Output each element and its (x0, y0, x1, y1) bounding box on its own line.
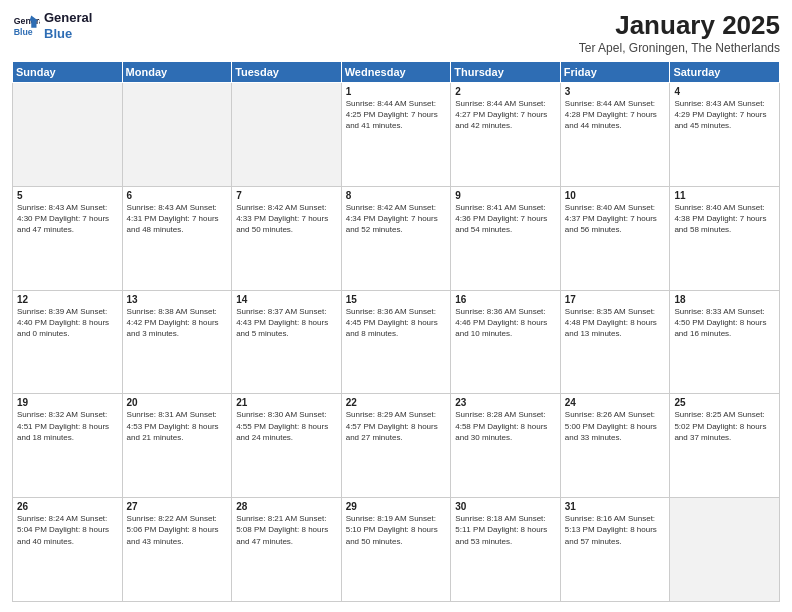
day-header-wednesday: Wednesday (341, 62, 451, 83)
cell-text: Sunrise: 8:16 AM Sunset: 5:13 PM Dayligh… (565, 513, 666, 547)
day-number: 22 (346, 397, 447, 408)
cell-text: Sunrise: 8:44 AM Sunset: 4:28 PM Dayligh… (565, 98, 666, 132)
calendar-cell: 17Sunrise: 8:35 AM Sunset: 4:48 PM Dayli… (560, 290, 670, 394)
calendar-cell: 30Sunrise: 8:18 AM Sunset: 5:11 PM Dayli… (451, 498, 561, 602)
calendar-cell: 5Sunrise: 8:43 AM Sunset: 4:30 PM Daylig… (13, 186, 123, 290)
day-number: 7 (236, 190, 337, 201)
calendar-cell: 28Sunrise: 8:21 AM Sunset: 5:08 PM Dayli… (232, 498, 342, 602)
week-row-5: 26Sunrise: 8:24 AM Sunset: 5:04 PM Dayli… (13, 498, 780, 602)
cell-text: Sunrise: 8:30 AM Sunset: 4:55 PM Dayligh… (236, 409, 337, 443)
calendar-cell (232, 83, 342, 187)
day-number: 31 (565, 501, 666, 512)
day-number: 9 (455, 190, 556, 201)
cell-text: Sunrise: 8:41 AM Sunset: 4:36 PM Dayligh… (455, 202, 556, 236)
calendar-cell (13, 83, 123, 187)
logo: General Blue General Blue (12, 10, 92, 41)
cell-text: Sunrise: 8:36 AM Sunset: 4:45 PM Dayligh… (346, 306, 447, 340)
calendar-subtitle: Ter Apel, Groningen, The Netherlands (579, 41, 780, 55)
cell-text: Sunrise: 8:25 AM Sunset: 5:02 PM Dayligh… (674, 409, 775, 443)
cell-text: Sunrise: 8:40 AM Sunset: 4:38 PM Dayligh… (674, 202, 775, 236)
day-number: 21 (236, 397, 337, 408)
calendar-cell: 26Sunrise: 8:24 AM Sunset: 5:04 PM Dayli… (13, 498, 123, 602)
cell-text: Sunrise: 8:42 AM Sunset: 4:33 PM Dayligh… (236, 202, 337, 236)
cell-text: Sunrise: 8:43 AM Sunset: 4:30 PM Dayligh… (17, 202, 118, 236)
calendar-cell: 15Sunrise: 8:36 AM Sunset: 4:45 PM Dayli… (341, 290, 451, 394)
cell-text: Sunrise: 8:38 AM Sunset: 4:42 PM Dayligh… (127, 306, 228, 340)
calendar-cell: 31Sunrise: 8:16 AM Sunset: 5:13 PM Dayli… (560, 498, 670, 602)
calendar-table: SundayMondayTuesdayWednesdayThursdayFrid… (12, 61, 780, 602)
calendar-cell: 21Sunrise: 8:30 AM Sunset: 4:55 PM Dayli… (232, 394, 342, 498)
cell-text: Sunrise: 8:29 AM Sunset: 4:57 PM Dayligh… (346, 409, 447, 443)
day-number: 24 (565, 397, 666, 408)
calendar-cell: 10Sunrise: 8:40 AM Sunset: 4:37 PM Dayli… (560, 186, 670, 290)
calendar-cell: 9Sunrise: 8:41 AM Sunset: 4:36 PM Daylig… (451, 186, 561, 290)
calendar-cell: 11Sunrise: 8:40 AM Sunset: 4:38 PM Dayli… (670, 186, 780, 290)
day-header-sunday: Sunday (13, 62, 123, 83)
calendar-cell: 7Sunrise: 8:42 AM Sunset: 4:33 PM Daylig… (232, 186, 342, 290)
day-number: 11 (674, 190, 775, 201)
day-number: 27 (127, 501, 228, 512)
calendar-cell: 2Sunrise: 8:44 AM Sunset: 4:27 PM Daylig… (451, 83, 561, 187)
cell-text: Sunrise: 8:32 AM Sunset: 4:51 PM Dayligh… (17, 409, 118, 443)
day-header-tuesday: Tuesday (232, 62, 342, 83)
cell-text: Sunrise: 8:33 AM Sunset: 4:50 PM Dayligh… (674, 306, 775, 340)
day-number: 3 (565, 86, 666, 97)
calendar-cell: 13Sunrise: 8:38 AM Sunset: 4:42 PM Dayli… (122, 290, 232, 394)
calendar-cell: 24Sunrise: 8:26 AM Sunset: 5:00 PM Dayli… (560, 394, 670, 498)
calendar-cell: 3Sunrise: 8:44 AM Sunset: 4:28 PM Daylig… (560, 83, 670, 187)
calendar-cell: 19Sunrise: 8:32 AM Sunset: 4:51 PM Dayli… (13, 394, 123, 498)
cell-text: Sunrise: 8:44 AM Sunset: 4:27 PM Dayligh… (455, 98, 556, 132)
day-number: 26 (17, 501, 118, 512)
day-number: 10 (565, 190, 666, 201)
day-number: 28 (236, 501, 337, 512)
calendar-cell: 29Sunrise: 8:19 AM Sunset: 5:10 PM Dayli… (341, 498, 451, 602)
cell-text: Sunrise: 8:26 AM Sunset: 5:00 PM Dayligh… (565, 409, 666, 443)
calendar-cell: 18Sunrise: 8:33 AM Sunset: 4:50 PM Dayli… (670, 290, 780, 394)
calendar-cell: 16Sunrise: 8:36 AM Sunset: 4:46 PM Dayli… (451, 290, 561, 394)
day-number: 2 (455, 86, 556, 97)
day-header-saturday: Saturday (670, 62, 780, 83)
day-number: 13 (127, 294, 228, 305)
day-number: 12 (17, 294, 118, 305)
logo-icon: General Blue (12, 12, 40, 40)
cell-text: Sunrise: 8:36 AM Sunset: 4:46 PM Dayligh… (455, 306, 556, 340)
day-header-friday: Friday (560, 62, 670, 83)
calendar-cell: 8Sunrise: 8:42 AM Sunset: 4:34 PM Daylig… (341, 186, 451, 290)
day-number: 25 (674, 397, 775, 408)
day-number: 23 (455, 397, 556, 408)
cell-text: Sunrise: 8:21 AM Sunset: 5:08 PM Dayligh… (236, 513, 337, 547)
header: General Blue General Blue January 2025 T… (12, 10, 780, 55)
day-number: 14 (236, 294, 337, 305)
cell-text: Sunrise: 8:40 AM Sunset: 4:37 PM Dayligh… (565, 202, 666, 236)
cell-text: Sunrise: 8:31 AM Sunset: 4:53 PM Dayligh… (127, 409, 228, 443)
logo-text: General Blue (44, 10, 92, 41)
calendar-cell: 4Sunrise: 8:43 AM Sunset: 4:29 PM Daylig… (670, 83, 780, 187)
cell-text: Sunrise: 8:22 AM Sunset: 5:06 PM Dayligh… (127, 513, 228, 547)
calendar-cell: 27Sunrise: 8:22 AM Sunset: 5:06 PM Dayli… (122, 498, 232, 602)
cell-text: Sunrise: 8:35 AM Sunset: 4:48 PM Dayligh… (565, 306, 666, 340)
day-number: 19 (17, 397, 118, 408)
cell-text: Sunrise: 8:42 AM Sunset: 4:34 PM Dayligh… (346, 202, 447, 236)
cell-text: Sunrise: 8:39 AM Sunset: 4:40 PM Dayligh… (17, 306, 118, 340)
title-block: January 2025 Ter Apel, Groningen, The Ne… (579, 10, 780, 55)
calendar-cell: 20Sunrise: 8:31 AM Sunset: 4:53 PM Dayli… (122, 394, 232, 498)
week-row-3: 12Sunrise: 8:39 AM Sunset: 4:40 PM Dayli… (13, 290, 780, 394)
cell-text: Sunrise: 8:43 AM Sunset: 4:29 PM Dayligh… (674, 98, 775, 132)
days-header-row: SundayMondayTuesdayWednesdayThursdayFrid… (13, 62, 780, 83)
day-number: 5 (17, 190, 118, 201)
cell-text: Sunrise: 8:44 AM Sunset: 4:25 PM Dayligh… (346, 98, 447, 132)
week-row-1: 1Sunrise: 8:44 AM Sunset: 4:25 PM Daylig… (13, 83, 780, 187)
cell-text: Sunrise: 8:18 AM Sunset: 5:11 PM Dayligh… (455, 513, 556, 547)
cell-text: Sunrise: 8:37 AM Sunset: 4:43 PM Dayligh… (236, 306, 337, 340)
svg-text:Blue: Blue (14, 26, 33, 36)
day-number: 1 (346, 86, 447, 97)
day-number: 4 (674, 86, 775, 97)
day-number: 18 (674, 294, 775, 305)
cell-text: Sunrise: 8:43 AM Sunset: 4:31 PM Dayligh… (127, 202, 228, 236)
day-number: 8 (346, 190, 447, 201)
week-row-2: 5Sunrise: 8:43 AM Sunset: 4:30 PM Daylig… (13, 186, 780, 290)
calendar-cell: 23Sunrise: 8:28 AM Sunset: 4:58 PM Dayli… (451, 394, 561, 498)
calendar-cell: 6Sunrise: 8:43 AM Sunset: 4:31 PM Daylig… (122, 186, 232, 290)
day-number: 29 (346, 501, 447, 512)
calendar-cell: 25Sunrise: 8:25 AM Sunset: 5:02 PM Dayli… (670, 394, 780, 498)
